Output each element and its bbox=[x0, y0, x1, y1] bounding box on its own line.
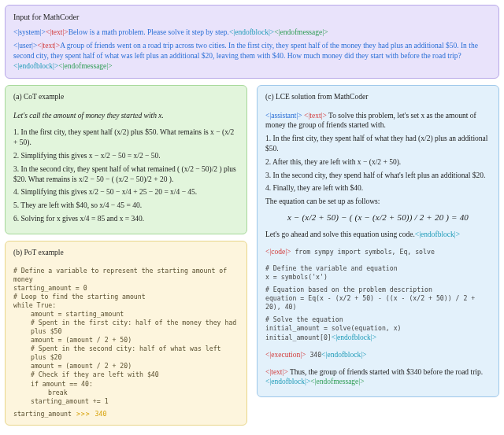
code-line: from sympy import symbols, Eq, solve bbox=[291, 248, 434, 256]
right-column: (c) LCE solution from MathCoder <|assist… bbox=[254, 82, 502, 429]
left-column: (a) CoT example Let's call the amount of… bbox=[2, 82, 250, 429]
endofblock-tag: <|endofblock|> bbox=[265, 378, 310, 385]
endofmessage-tag: <|endofmessage|> bbox=[274, 28, 328, 36]
out-value: 340 bbox=[95, 410, 107, 418]
code-line: break bbox=[13, 389, 239, 397]
code-line: x = symbols('x') bbox=[265, 273, 491, 282]
lce-step: 3. In the second city, they spend half o… bbox=[265, 171, 491, 181]
execution-line: <|execution|> 340<|endofblock|> bbox=[265, 350, 491, 360]
lce-final: Thus, the group of friends started with … bbox=[288, 368, 483, 376]
exec-result: 340 bbox=[306, 351, 321, 359]
text-tag: <|text|> bbox=[304, 112, 327, 120]
code-block: # Define the variable and equation x = s… bbox=[265, 260, 491, 343]
code-line: amount = (amount / 2 + 20) bbox=[13, 362, 239, 370]
cot-steps: 1. In the first city, they spent half (x… bbox=[13, 127, 239, 224]
input-title: Input for MathCoder bbox=[13, 12, 491, 23]
code-line: amount = starting_amount bbox=[13, 310, 239, 319]
code-line: initial_amount = solve(equation, x) bbox=[265, 324, 491, 333]
lce-eq-label: The equation can be set up as follows: bbox=[265, 197, 491, 207]
execution-tag: <|execution|> bbox=[265, 351, 306, 359]
out-arrows: >>> bbox=[72, 410, 95, 418]
code-line: # Check if they are left with $40 bbox=[13, 370, 239, 379]
code-line: while True: bbox=[13, 301, 239, 310]
code-line: # Spent in the first city: half of the m… bbox=[13, 319, 239, 336]
user-text: A group of friends went on a road trip a… bbox=[13, 42, 478, 60]
cot-step: 6. Solving for x gives x/4 = 85 and x = … bbox=[13, 214, 239, 224]
assistant-line: <|assistant|> <|text|> To solve this pro… bbox=[265, 111, 491, 131]
code-open-line: <|code|> from sympy import symbols, Eq, … bbox=[265, 247, 491, 257]
code-line: starting_amount += 1 bbox=[13, 397, 239, 406]
lce-step: 2. After this, they are left with x − (x… bbox=[265, 157, 491, 168]
endofblock-tag: <|endofblock|> bbox=[415, 230, 460, 238]
code-line: # Spent in the second city: half of what… bbox=[13, 345, 239, 362]
columns: (a) CoT example Let's call the amount of… bbox=[0, 82, 504, 432]
cot-panel: (a) CoT example Let's call the amount of… bbox=[5, 85, 247, 234]
cot-step: 1. In the first city, they spent half (x… bbox=[13, 127, 239, 148]
lce-step: 4. Finally, they are left with $40. bbox=[265, 183, 491, 194]
cot-intro: Let's call the amount of money they star… bbox=[13, 111, 239, 121]
system-tag: <|system|> bbox=[13, 28, 46, 36]
endofmessage-tag: <|endofmessage|> bbox=[310, 378, 364, 385]
pot-panel: (b) PoT example # Define a variable to r… bbox=[5, 241, 247, 426]
cot-step: 3. In the second city, they spent half o… bbox=[13, 164, 239, 185]
code-line: # Loop to find the starting amount bbox=[13, 293, 239, 301]
final-line: <|text|> Thus, the group of friends star… bbox=[265, 367, 491, 388]
input-panel: Input for MathCoder <|system|><|text|>Be… bbox=[5, 5, 499, 79]
user-tag: <|user|> bbox=[13, 42, 37, 50]
code-line: # Define the variable and equation bbox=[265, 264, 491, 273]
endofmessage-tag: <|endofmessage|> bbox=[58, 62, 112, 70]
text-tag: <|text|> bbox=[37, 42, 60, 50]
code-line: # Solve the equation bbox=[265, 315, 491, 324]
lce-equation: x − (x/2 + 50) − ( (x − (x/2 + 50)) / 2 … bbox=[265, 212, 491, 223]
cot-step: 5. They are left with $40, so x/4 − 45 =… bbox=[13, 201, 239, 211]
endofblock-tag: <|endofblock|> bbox=[321, 351, 366, 359]
code-line: # Define a variable to represent the sta… bbox=[13, 267, 239, 284]
code-line: amount = (amount / 2 + 50) bbox=[13, 336, 239, 345]
endofblock-tag: <|endofblock|> bbox=[13, 62, 58, 70]
out-label: starting_amount bbox=[13, 410, 72, 418]
code-line: if amount == 40: bbox=[13, 380, 239, 389]
endofblock-tag: <|endofblock|> bbox=[332, 334, 376, 341]
lce-title: (c) LCE solution from MathCoder bbox=[265, 92, 491, 102]
lce-panel: (c) LCE solution from MathCoder <|assist… bbox=[257, 85, 499, 397]
lce-step: 1. In the first city, they spent half of… bbox=[265, 134, 491, 154]
code-line: starting_amount = 0 bbox=[13, 284, 239, 293]
cot-title: (a) CoT example bbox=[13, 92, 239, 102]
endofblock-tag: <|endofblock|> bbox=[229, 28, 274, 36]
lce-solve-prompt: Let's go ahead and solve this equation u… bbox=[265, 230, 415, 238]
text-tag: <|text|> bbox=[265, 368, 288, 376]
cot-step: 4. Simplifying this gives x/2 − 50 − x/4… bbox=[13, 187, 239, 197]
code-line: initial_amount[0] bbox=[265, 334, 332, 341]
code-line: equation = Eq(x - (x/2 + 50) - ((x - (x/… bbox=[265, 294, 491, 312]
text-tag: <|text|> bbox=[46, 28, 69, 36]
system-line: <|system|><|text|>Below is a math proble… bbox=[13, 28, 491, 38]
code-line: # Equation based on the problem descript… bbox=[265, 286, 491, 294]
pot-title: (b) PoT example bbox=[13, 248, 239, 258]
system-text: Below is a math problem. Please solve it… bbox=[69, 28, 229, 36]
assistant-tag: <|assistant|> bbox=[265, 112, 302, 120]
cot-step: 2. Simplifying this gives x − x/2 − 50 =… bbox=[13, 151, 239, 161]
code-tag: <|code|> bbox=[265, 248, 291, 256]
user-line: <|user|><|text|>A group of friends went … bbox=[13, 41, 491, 71]
solve-prompt-line: Let's go ahead and solve this equation u… bbox=[265, 230, 491, 240]
output-line: starting_amount >>> 340 bbox=[13, 410, 106, 418]
